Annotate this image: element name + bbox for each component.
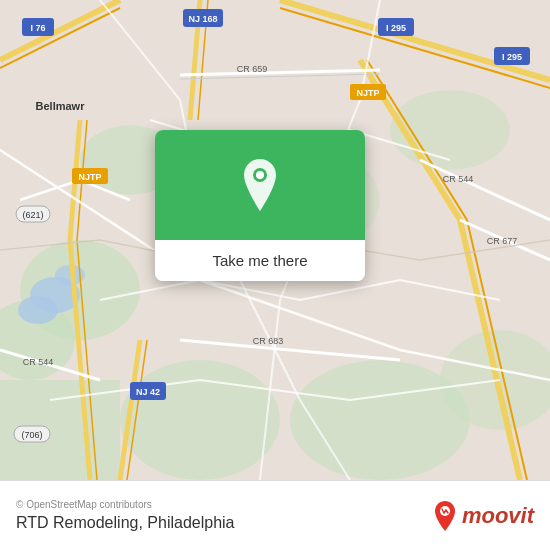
svg-text:CR 544: CR 544 bbox=[443, 174, 474, 184]
bottom-bar: © OpenStreetMap contributors RTD Remodel… bbox=[0, 480, 550, 550]
place-name: RTD Remodeling, Philadelphia bbox=[16, 514, 235, 532]
svg-point-38 bbox=[256, 171, 264, 179]
svg-text:CR 544: CR 544 bbox=[23, 357, 54, 367]
moovit-logo: moovit bbox=[432, 500, 534, 532]
svg-text:I 295: I 295 bbox=[502, 52, 522, 62]
take-me-there-button[interactable]: Take me there bbox=[155, 240, 365, 281]
svg-text:(706): (706) bbox=[21, 430, 42, 440]
svg-text:NJ 168: NJ 168 bbox=[188, 14, 217, 24]
svg-text:I 76: I 76 bbox=[30, 23, 45, 33]
popup-card: Take me there bbox=[155, 130, 365, 281]
moovit-pin-icon bbox=[432, 500, 458, 532]
svg-point-8 bbox=[390, 90, 510, 170]
svg-text:I 295: I 295 bbox=[386, 23, 406, 33]
svg-text:NJTP: NJTP bbox=[356, 88, 379, 98]
copyright-text: © OpenStreetMap contributors bbox=[16, 499, 235, 510]
location-pin-icon bbox=[238, 157, 282, 213]
svg-text:NJ 42: NJ 42 bbox=[136, 387, 160, 397]
bottom-left: © OpenStreetMap contributors RTD Remodel… bbox=[16, 499, 235, 532]
map-container: I 76 NJ 168 I 295 I 295 CR 659 NJTP NJTP… bbox=[0, 0, 550, 480]
svg-text:CR 683: CR 683 bbox=[253, 336, 284, 346]
svg-point-4 bbox=[120, 360, 280, 480]
moovit-brand-text: moovit bbox=[462, 503, 534, 529]
popup-green-area bbox=[155, 130, 365, 240]
svg-point-11 bbox=[18, 296, 58, 324]
svg-text:CR 677: CR 677 bbox=[487, 236, 518, 246]
svg-text:Bellmawr: Bellmawr bbox=[36, 100, 86, 112]
svg-text:NJTP: NJTP bbox=[78, 172, 101, 182]
svg-text:(621): (621) bbox=[22, 210, 43, 220]
svg-text:CR 659: CR 659 bbox=[237, 64, 268, 74]
